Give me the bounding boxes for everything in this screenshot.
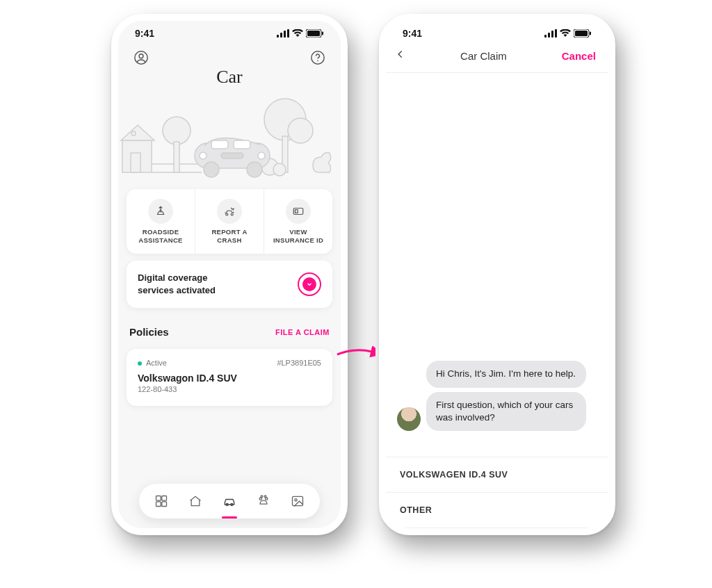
policy-status: Active — [138, 359, 167, 367]
svg-rect-36 — [296, 210, 298, 213]
status-bar: 9:41 — [386, 21, 608, 39]
chat-bubble: First question, which of your cars was i… — [426, 392, 586, 431]
svg-point-43 — [259, 498, 261, 500]
chat-bubble: Hi Chris, It's Jim. I'm here to help. — [426, 361, 586, 387]
file-a-claim-link[interactable]: FILE A CLAIM — [275, 328, 330, 336]
phone-car-claim-chat: 9:41 Car Claim Cancel — [379, 14, 615, 535]
action-label-l2: INSURANCE ID — [273, 236, 323, 244]
battery-icon — [574, 29, 592, 38]
chat-header: Car Claim Cancel — [386, 39, 608, 73]
svg-rect-5 — [307, 31, 320, 36]
tab-home[interactable] — [184, 489, 207, 513]
back-button[interactable] — [396, 47, 405, 64]
tab-dashboard[interactable] — [149, 489, 173, 513]
option-list: VOLKSWAGEN ID.4 SUV OTHER — [386, 457, 608, 528]
chat-title: Car Claim — [460, 50, 507, 62]
svg-rect-0 — [277, 35, 279, 38]
coverage-text: Digital coverage services activated — [138, 272, 216, 297]
policy-card[interactable]: Active #LP3891E05 Volkswagon ID.4 SUV 12… — [127, 349, 332, 406]
svg-rect-54 — [575, 31, 588, 36]
svg-rect-49 — [544, 35, 547, 38]
hero-illustration — [118, 92, 341, 182]
policies-heading: Policies — [129, 326, 169, 338]
policy-status-text: Active — [146, 359, 167, 367]
svg-point-34 — [231, 213, 233, 215]
status-time: 9:41 — [403, 28, 422, 39]
svg-point-26 — [247, 162, 262, 177]
svg-rect-2 — [284, 31, 286, 38]
svg-point-10 — [317, 60, 318, 62]
coverage-line1: Digital coverage — [138, 272, 207, 283]
status-icons — [544, 29, 592, 38]
svg-point-46 — [264, 496, 266, 498]
chevron-down-icon — [302, 277, 316, 291]
svg-point-25 — [204, 162, 219, 177]
quick-actions-card: ROADSIDEASSISTANCE REPORT ACRASH VIEWINS… — [127, 189, 332, 254]
help-icon[interactable] — [307, 47, 328, 68]
cancel-button[interactable]: Cancel — [562, 50, 596, 62]
wifi-icon — [560, 29, 571, 38]
signal-icon — [277, 29, 289, 38]
action-report-crash[interactable]: REPORT ACRASH — [195, 189, 264, 254]
svg-point-31 — [258, 152, 265, 159]
svg-rect-50 — [548, 33, 550, 38]
policy-number: #LP3891E05 — [277, 359, 321, 367]
wifi-icon — [292, 29, 303, 38]
page-title: Car — [118, 67, 341, 88]
svg-rect-47 — [293, 496, 303, 505]
svg-point-14 — [131, 131, 136, 136]
policy-name: Volkswagon ID.4 SUV — [138, 373, 321, 384]
svg-rect-3 — [287, 29, 289, 38]
option-vehicle[interactable]: VOLKSWAGEN ID.4 SUV — [386, 457, 608, 492]
policy-sub: 122-80-433 — [138, 385, 321, 393]
coverage-badge — [298, 272, 321, 296]
battery-icon — [306, 29, 324, 38]
svg-rect-1 — [280, 33, 282, 38]
svg-point-20 — [288, 118, 313, 143]
status-time: 9:41 — [135, 28, 154, 39]
crash-icon — [217, 199, 242, 224]
tab-gallery[interactable] — [286, 489, 309, 513]
status-dot-icon — [138, 361, 142, 366]
svg-rect-37 — [156, 496, 161, 501]
svg-rect-55 — [590, 32, 591, 35]
status-bar: 9:41 — [118, 21, 341, 39]
status-icons — [277, 29, 324, 38]
svg-rect-6 — [322, 32, 323, 35]
tow-icon — [148, 199, 173, 224]
action-label-l1: REPORT A — [211, 228, 247, 236]
svg-point-33 — [226, 213, 228, 215]
svg-point-23 — [273, 163, 286, 176]
svg-rect-52 — [555, 29, 557, 38]
svg-point-48 — [295, 499, 297, 501]
svg-rect-40 — [161, 502, 166, 507]
action-roadside-assistance[interactable]: ROADSIDEASSISTANCE — [127, 189, 195, 254]
tab-car[interactable] — [218, 489, 241, 513]
action-label-l2: ASSISTANCE — [138, 236, 183, 244]
tab-bar — [139, 484, 320, 518]
tab-pet[interactable] — [252, 489, 275, 513]
svg-point-45 — [261, 496, 263, 498]
option-other[interactable]: OTHER — [386, 492, 608, 528]
policies-header: Policies FILE A CLAIM — [118, 315, 341, 342]
svg-rect-18 — [174, 142, 179, 172]
coverage-card[interactable]: Digital coverage services activated — [127, 261, 332, 308]
signal-icon — [544, 29, 557, 38]
id-card-icon — [286, 199, 311, 224]
svg-rect-38 — [161, 496, 166, 501]
action-label-l1: ROADSIDE — [143, 228, 179, 236]
action-view-insurance-id[interactable]: VIEWINSURANCE ID — [264, 189, 332, 254]
svg-rect-27 — [211, 140, 228, 149]
action-label-l2: CRASH — [217, 236, 241, 244]
svg-point-32 — [160, 210, 161, 211]
svg-rect-28 — [234, 140, 250, 149]
phone-car-overview: 9:41 Car — [111, 14, 348, 535]
svg-point-30 — [200, 152, 207, 159]
svg-rect-51 — [551, 31, 553, 38]
svg-rect-39 — [156, 502, 161, 507]
coverage-line2: services activated — [138, 285, 216, 295]
svg-rect-29 — [221, 153, 243, 158]
profile-icon[interactable] — [131, 47, 152, 68]
svg-point-17 — [163, 117, 191, 145]
svg-marker-12 — [121, 125, 154, 140]
